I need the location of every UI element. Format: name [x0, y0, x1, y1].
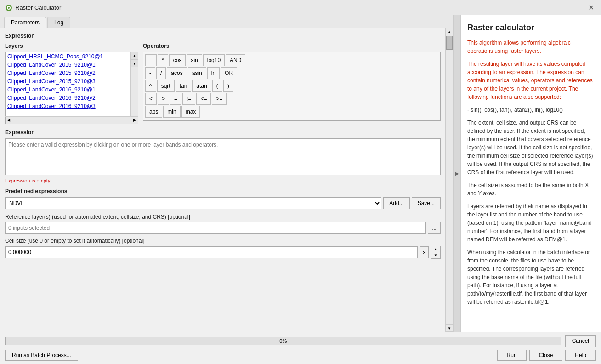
run-button[interactable]: Run [497, 350, 527, 361]
op-min[interactable]: min [163, 106, 180, 118]
help-para-4: The extent, cell size, and output CRS ca… [467, 119, 594, 176]
progress-bar: 0% [5, 337, 561, 345]
layers-operators-row: Layers Clipped_HRSL_HCMC_Pops_9210@1 Cli… [5, 43, 441, 124]
op-and[interactable]: AND [226, 54, 245, 66]
scroll-thumb[interactable] [446, 36, 453, 50]
tab-parameters[interactable]: Parameters [4, 17, 46, 28]
right-buttons: Run Close Help [497, 350, 596, 361]
progress-row: 0% Cancel [5, 335, 596, 347]
op-minus[interactable]: - [145, 67, 155, 79]
cell-size-clear-button[interactable]: ✕ [420, 246, 429, 258]
layers-list-wrapper: Clipped_HRSL_HCMC_Pops_9210@1 Clipped_La… [5, 52, 138, 116]
cell-size-input[interactable] [5, 246, 418, 258]
title-bar: Raster Calculator ✕ [0, 0, 601, 15]
save-predefined-button[interactable]: Save... [412, 197, 441, 209]
layers-horizontal-scrollbar[interactable]: ◀ ▶ [5, 116, 138, 124]
list-item[interactable]: Clipped_LandCover_2015_9210@3 [6, 77, 130, 85]
help-para-7: When using the calculator in the batch i… [467, 248, 594, 306]
cell-size-spin-down[interactable]: ▼ [431, 252, 440, 258]
help-title: Raster calculator [467, 22, 594, 34]
op-log10[interactable]: log10 [203, 54, 225, 66]
op-eq[interactable]: = [170, 93, 181, 105]
list-item[interactable]: Clipped_HRSL_HCMC_Pops_9210@1 [6, 52, 130, 61]
reference-section: Reference layer(s) (used for automated e… [5, 214, 441, 234]
help-para-2: The resulting layer will have its values… [467, 60, 594, 101]
reference-input[interactable] [5, 222, 426, 234]
help-button[interactable]: Help [565, 350, 596, 361]
ops-row-5: abs min max [145, 106, 438, 118]
operators-panel: Operators + * cos sin log10 [143, 43, 441, 124]
tab-log[interactable]: Log [47, 17, 70, 28]
op-close-paren[interactable]: ) [223, 80, 233, 92]
list-item[interactable]: Clipped_LandCover_2015_9210@2 [6, 69, 130, 77]
window-title: Raster Calculator [15, 4, 61, 11]
list-item[interactable]: Clipped_LandCover_2015_9210@1 [6, 61, 130, 69]
scroll-arrow-down[interactable]: ▼ [446, 324, 453, 332]
add-predefined-button[interactable]: Add... [383, 197, 409, 209]
op-lt[interactable]: < [145, 93, 157, 105]
operators-label: Operators [143, 43, 441, 49]
qgis-icon [5, 4, 12, 11]
scroll-track [446, 35, 453, 324]
op-atan[interactable]: atan [192, 80, 211, 92]
help-para-6: Layers are referred by their name as dis… [467, 202, 594, 244]
op-cos[interactable]: cos [169, 54, 186, 66]
list-item[interactable]: Clipped_LandCover_2016_9210@1 [6, 85, 130, 94]
raster-calculator-window: Raster Calculator ✕ Parameters Log Expre… [0, 0, 601, 364]
list-item[interactable]: Clipped_LandCover_2016_9210@3 [6, 102, 130, 110]
op-abs[interactable]: abs [145, 106, 162, 118]
expression-section: Expression Expression is empty [5, 129, 441, 183]
parameters-scroll-area: Expression Layers Clipped_HRSL_HCMC_Pops… [0, 28, 445, 332]
op-gte[interactable]: >= [212, 93, 227, 105]
expression-warning: Expression is empty [5, 178, 441, 183]
tabs-bar: Parameters Log [0, 15, 453, 28]
predefined-label: Predefined expressions [5, 188, 441, 194]
op-lte[interactable]: <= [196, 93, 211, 105]
cell-size-spin-up[interactable]: ▲ [431, 246, 440, 252]
op-plus[interactable]: + [145, 54, 157, 66]
op-ln[interactable]: ln [207, 67, 220, 79]
op-acos[interactable]: acos [167, 67, 187, 79]
op-asin[interactable]: asin [188, 67, 206, 79]
layers-list[interactable]: Clipped_HRSL_HCMC_Pops_9210@1 Clipped_La… [6, 52, 130, 116]
op-or[interactable]: OR [221, 67, 237, 79]
reference-label: Reference layer(s) (used for automated e… [5, 214, 441, 220]
layers-panel: Layers Clipped_HRSL_HCMC_Pops_9210@1 Cli… [5, 43, 138, 124]
ops-row-3: ^ sqrt tan atan ( ) [145, 80, 438, 92]
expression-textarea[interactable] [5, 138, 441, 175]
op-max[interactable]: max [181, 106, 200, 118]
op-sin[interactable]: sin [187, 54, 202, 66]
collapse-panel-button[interactable]: ▶ [453, 15, 460, 332]
op-divide[interactable]: / [156, 67, 166, 79]
op-gt[interactable]: > [158, 93, 169, 105]
progress-text: 0% [6, 337, 561, 345]
op-neq[interactable]: != [182, 93, 195, 105]
run-as-batch-button[interactable]: Run as Batch Process... [5, 350, 78, 361]
parameters-content: Expression Layers Clipped_HRSL_HCMC_Pops… [5, 33, 441, 259]
op-caret[interactable]: ^ [145, 80, 156, 92]
scroll-arrow-up[interactable]: ▲ [446, 28, 453, 35]
close-window-button[interactable]: ✕ [586, 4, 596, 11]
help-para-5: The cell size is assumed to be the same … [467, 181, 594, 198]
op-tan[interactable]: tan [176, 80, 192, 92]
operators-wrapper: + * cos sin log10 AND - [143, 52, 441, 121]
reference-ellipsis-button[interactable]: ... [428, 222, 441, 234]
h-scroll-right[interactable]: ▶ [131, 117, 138, 124]
op-multiply[interactable]: * [158, 54, 168, 66]
bottom-bar: 0% Cancel Run as Batch Process... Run Cl… [0, 332, 601, 364]
op-open-paren[interactable]: ( [212, 80, 222, 92]
expression-label: Expression [5, 129, 441, 136]
main-vertical-scrollbar[interactable]: ▲ ▼ [445, 28, 453, 332]
cancel-button[interactable]: Cancel [565, 335, 596, 347]
close-button[interactable]: Close [529, 350, 563, 361]
layers-vertical-scrollbar[interactable]: ▲ ▼ [130, 52, 138, 116]
cell-size-spinner: ▲ ▼ [431, 246, 441, 259]
h-scroll-left[interactable]: ◀ [5, 117, 12, 124]
cell-size-row: ✕ ▲ ▼ [5, 246, 441, 259]
op-sqrt[interactable]: sqrt [157, 80, 175, 92]
list-item[interactable]: Clipped_LandCover_2016_9210@2 [6, 94, 130, 102]
predefined-select[interactable]: NDVI [5, 197, 381, 209]
title-bar-left: Raster Calculator [5, 4, 61, 11]
help-para-1: This algorithm allows performing algebra… [467, 39, 594, 55]
cell-size-label: Cell size (use 0 or empty to set it auto… [5, 238, 441, 244]
